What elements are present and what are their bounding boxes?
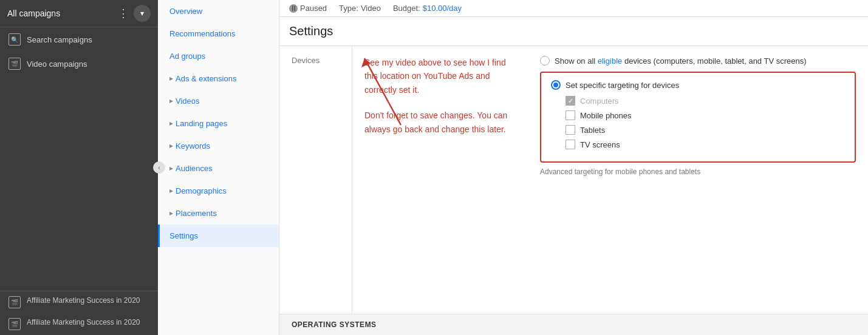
- campaign-label-1: Affiliate Marketing Success in 2020: [27, 296, 140, 305]
- campaign-icon-1: 🎬: [9, 296, 21, 308]
- nav-recommendations[interactable]: Recommendations: [158, 22, 279, 45]
- middle-nav: Overview Recommendations Ad groups Ads &…: [158, 0, 279, 335]
- tv-screens-checkbox[interactable]: [566, 140, 575, 149]
- paused-icon: ⏸: [289, 4, 298, 13]
- sidebar: All campaigns ⋮ ▾ 🔍 Search campaigns 🎬 V…: [0, 0, 158, 335]
- mobile-phones-label: Mobile phones: [580, 111, 632, 120]
- set-specific-label: Set specific targeting for devices: [566, 81, 679, 90]
- nav-audiences[interactable]: Audiences: [158, 157, 279, 180]
- collapse-sidebar-button[interactable]: ‹: [153, 161, 165, 174]
- nav-overview[interactable]: Overview: [158, 0, 279, 22]
- show-all-row[interactable]: Show on all eligible devices (computers,…: [540, 56, 856, 66]
- nav-ads-extensions[interactable]: Ads & extensions: [158, 67, 279, 90]
- nav-demographics[interactable]: Demographics: [158, 180, 279, 202]
- annotation-text-2: Don't forget to save changes. You can al…: [364, 109, 516, 136]
- search-campaigns-label: Search campaigns: [27, 35, 92, 44]
- type-label: Type:: [339, 4, 358, 13]
- more-options-icon[interactable]: ⋮: [118, 8, 129, 19]
- all-campaigns-title: All campaigns: [7, 8, 60, 18]
- sidebar-header: All campaigns ⋮ ▾: [0, 0, 158, 27]
- mobile-phones-checkbox[interactable]: [566, 110, 575, 120]
- eligible-link[interactable]: eligible: [598, 56, 622, 66]
- tv-screens-label: TV screens: [580, 140, 620, 149]
- devices-label: Devices: [292, 56, 340, 65]
- tablets-label: Tablets: [580, 126, 605, 135]
- type-value: Video: [361, 4, 381, 13]
- nav-settings[interactable]: Settings: [158, 225, 279, 247]
- annotation-text-1: See my video above to see how I find thi…: [364, 56, 516, 96]
- campaign-item-2[interactable]: 🎬 Affiliate Marketing Success in 2020: [0, 313, 158, 335]
- header-icons: ⋮ ▾: [118, 5, 151, 22]
- video-icon: 🎬: [9, 58, 21, 70]
- nav-videos[interactable]: Videos: [158, 90, 279, 112]
- tablets-row[interactable]: Tablets: [551, 125, 845, 135]
- specific-targeting-box: Set specific targeting for devices Compu…: [540, 72, 856, 163]
- campaign-icon-2: 🎬: [9, 318, 21, 330]
- computers-label: Computers: [580, 96, 619, 106]
- annotation-area: See my video above to see how I find thi…: [352, 46, 528, 314]
- sidebar-item-search[interactable]: 🔍 Search campaigns: [0, 27, 158, 52]
- status-indicator: ⏸ Paused: [289, 4, 327, 13]
- set-specific-radio[interactable]: [551, 80, 561, 90]
- tv-screens-row[interactable]: TV screens: [551, 140, 845, 149]
- tablets-checkbox[interactable]: [566, 125, 575, 135]
- top-bar: ⏸ Paused Type: Video Budget: $10.00/day: [279, 0, 868, 17]
- computers-row[interactable]: Computers: [551, 96, 845, 106]
- operating-systems-bar: OPERATING SYSTEMS: [279, 314, 868, 335]
- campaign-label-2: Affiliate Marketing Success in 2020: [27, 318, 140, 327]
- budget-label: Budget:: [393, 4, 420, 13]
- sidebar-item-video[interactable]: 🎬 Video campaigns: [0, 52, 158, 76]
- video-campaigns-label: Video campaigns: [27, 59, 87, 69]
- budget-value: $10.00/day: [423, 4, 462, 13]
- search-icon: 🔍: [9, 33, 21, 46]
- nav-ad-groups[interactable]: Ad groups: [158, 45, 279, 67]
- nav-keywords[interactable]: Keywords: [158, 135, 279, 157]
- nav-placements[interactable]: Placements: [158, 202, 279, 225]
- set-specific-row[interactable]: Set specific targeting for devices: [551, 80, 845, 90]
- nav-landing-pages[interactable]: Landing pages: [158, 112, 279, 135]
- settings-title: Settings: [279, 17, 868, 46]
- targeting-panel: Show on all eligible devices (computers,…: [528, 46, 868, 314]
- content-area: Devices See my video above to see how I …: [279, 46, 868, 314]
- type-indicator: Type: Video: [339, 4, 381, 13]
- dropdown-icon[interactable]: ▾: [134, 5, 151, 22]
- campaign-item-1[interactable]: 🎬 Affiliate Marketing Success in 2020: [0, 291, 158, 313]
- devices-panel: Devices: [279, 46, 352, 314]
- main-content: ⏸ Paused Type: Video Budget: $10.00/day …: [279, 0, 868, 335]
- show-all-radio[interactable]: [540, 56, 550, 66]
- computers-checkbox[interactable]: [566, 96, 575, 106]
- status-label: Paused: [300, 4, 327, 13]
- advanced-note: Advanced targeting for mobile phones and…: [540, 168, 856, 176]
- show-all-label: Show on all eligible devices (computers,…: [555, 56, 807, 66]
- sidebar-bottom: 🎬 Affiliate Marketing Success in 2020 🎬 …: [0, 291, 158, 335]
- budget-indicator: Budget: $10.00/day: [393, 4, 462, 13]
- mobile-phones-row[interactable]: Mobile phones: [551, 110, 845, 120]
